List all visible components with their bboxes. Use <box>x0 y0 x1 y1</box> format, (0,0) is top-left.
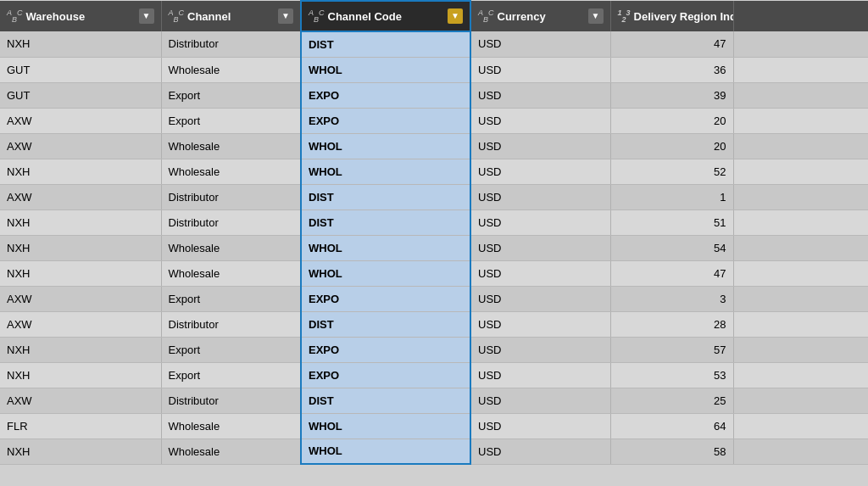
cell-channelcode: WHOL <box>301 57 470 82</box>
cell-delivery: 57 <box>610 337 733 362</box>
cell-currency: USD <box>470 439 610 464</box>
cell-channel: Export <box>161 286 301 311</box>
cell-warehouse: NXH <box>0 260 161 286</box>
table-row: NXHWholesaleWHOLUSD54 <box>0 235 868 260</box>
cell-warehouse: NXH <box>0 159 161 184</box>
text-col-icon: ABC <box>169 8 185 24</box>
cell-warehouse: GUT <box>0 82 161 108</box>
cell-extra <box>733 133 868 159</box>
cell-warehouse: FLR <box>0 413 161 439</box>
cell-delivery: 52 <box>610 159 733 184</box>
col-dropdown-arrow-channel[interactable]: ▼ <box>278 8 293 24</box>
col-header-currency[interactable]: ABCCurrency▼ <box>470 1 610 31</box>
table-row: FLRWholesaleWHOLUSD64 <box>0 413 868 439</box>
cell-extra <box>733 260 868 286</box>
cell-channelcode: EXPO <box>301 82 470 108</box>
col-header-label-warehouse: Warehouse <box>26 10 86 23</box>
cell-channel: Distributor <box>161 311 301 337</box>
cell-warehouse: AXW <box>0 184 161 209</box>
cell-channel: Wholesale <box>161 413 301 439</box>
table-row: NXHExportEXPOUSD53 <box>0 362 868 388</box>
cell-channelcode: WHOL <box>301 235 470 260</box>
col-header-label-channel: Channel <box>187 10 231 23</box>
cell-extra <box>733 286 868 311</box>
table-row: GUTExportEXPOUSD39 <box>0 82 868 108</box>
table-row: NXHWholesaleWHOLUSD58 <box>0 439 868 464</box>
cell-extra <box>733 311 868 337</box>
numeric-col-icon: 123 <box>618 8 631 24</box>
cell-channel: Export <box>161 362 301 388</box>
cell-warehouse: AXW <box>0 311 161 337</box>
cell-delivery: 54 <box>610 235 733 260</box>
cell-channelcode: WHOL <box>301 133 470 159</box>
cell-extra <box>733 235 868 260</box>
cell-delivery: 36 <box>610 57 733 82</box>
cell-warehouse: NXH <box>0 235 161 260</box>
col-header-label-delivery: Delivery Region Index <box>634 10 733 23</box>
cell-channel: Wholesale <box>161 159 301 184</box>
cell-currency: USD <box>470 235 610 260</box>
col-dropdown-arrow-warehouse[interactable]: ▼ <box>139 8 154 24</box>
cell-currency: USD <box>470 159 610 184</box>
table-row: NXHWholesaleWHOLUSD52 <box>0 159 868 184</box>
cell-channel: Wholesale <box>161 133 301 159</box>
cell-delivery: 25 <box>610 388 733 413</box>
cell-currency: USD <box>470 82 610 108</box>
table-row: AXWDistributorDISTUSD25 <box>0 388 868 413</box>
table-row: NXHDistributorDISTUSD51 <box>0 209 868 235</box>
table-row: AXWWholesaleWHOLUSD20 <box>0 133 868 159</box>
cell-delivery: 53 <box>610 362 733 388</box>
cell-delivery: 20 <box>610 108 733 133</box>
cell-channelcode: EXPO <box>301 286 470 311</box>
cell-delivery: 28 <box>610 311 733 337</box>
cell-currency: USD <box>470 108 610 133</box>
cell-warehouse: NXH <box>0 337 161 362</box>
cell-currency: USD <box>470 31 610 57</box>
cell-extra <box>733 439 868 464</box>
col-dropdown-arrow-channelcode[interactable]: ▼ <box>448 8 463 24</box>
cell-extra <box>733 159 868 184</box>
table-row: AXWExportEXPOUSD3 <box>0 286 868 311</box>
cell-channel: Export <box>161 82 301 108</box>
table-row: AXWDistributorDISTUSD1 <box>0 184 868 209</box>
cell-channelcode: WHOL <box>301 413 470 439</box>
cell-channelcode: DIST <box>301 388 470 413</box>
cell-delivery: 1 <box>610 184 733 209</box>
data-table: ABCWarehouse▼ABCChannel▼ABCChannel Code▼… <box>0 0 868 486</box>
table-row: NXHWholesaleWHOLUSD47 <box>0 260 868 286</box>
cell-extra <box>733 57 868 82</box>
cell-warehouse: NXH <box>0 362 161 388</box>
cell-warehouse: AXW <box>0 286 161 311</box>
cell-delivery: 64 <box>610 413 733 439</box>
cell-currency: USD <box>470 362 610 388</box>
col-header-channel[interactable]: ABCChannel▼ <box>161 1 301 31</box>
cell-delivery: 47 <box>610 260 733 286</box>
cell-warehouse: AXW <box>0 133 161 159</box>
col-header-extra[interactable] <box>733 1 868 31</box>
cell-extra <box>733 31 868 57</box>
cell-delivery: 58 <box>610 439 733 464</box>
col-header-channelcode[interactable]: ABCChannel Code▼ <box>301 1 470 31</box>
cell-channel: Wholesale <box>161 260 301 286</box>
cell-delivery: 20 <box>610 133 733 159</box>
cell-warehouse: NXH <box>0 439 161 464</box>
cell-channelcode: EXPO <box>301 337 470 362</box>
cell-warehouse: NXH <box>0 31 161 57</box>
text-col-icon: ABC <box>478 8 494 24</box>
cell-currency: USD <box>470 337 610 362</box>
cell-channelcode: DIST <box>301 31 470 57</box>
cell-delivery: 3 <box>610 286 733 311</box>
cell-extra <box>733 108 868 133</box>
col-dropdown-arrow-currency[interactable]: ▼ <box>588 8 604 24</box>
cell-extra <box>733 209 868 235</box>
cell-extra <box>733 362 868 388</box>
text-col-icon: ABC <box>309 8 325 24</box>
col-header-warehouse[interactable]: ABCWarehouse▼ <box>0 1 161 31</box>
col-header-delivery[interactable]: 123Delivery Region Index▼ <box>610 1 733 31</box>
table-row: GUTWholesaleWHOLUSD36 <box>0 57 868 82</box>
cell-channel: Distributor <box>161 209 301 235</box>
cell-channelcode: EXPO <box>301 108 470 133</box>
cell-channel: Wholesale <box>161 235 301 260</box>
cell-channelcode: EXPO <box>301 362 470 388</box>
cell-channel: Wholesale <box>161 439 301 464</box>
